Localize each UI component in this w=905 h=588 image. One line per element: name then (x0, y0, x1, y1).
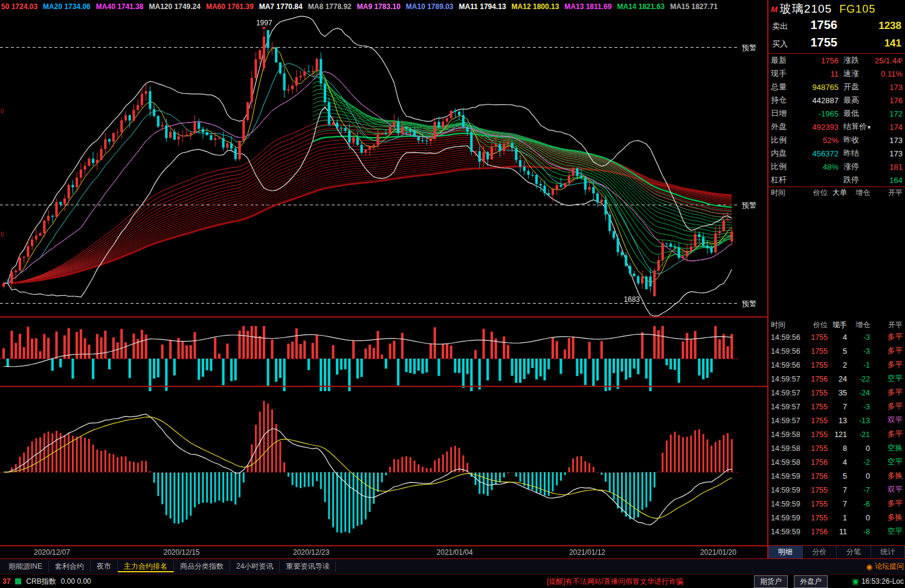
column-header: 增仓 (847, 320, 870, 330)
index-status-icon (15, 578, 21, 584)
account-button[interactable]: 外盘户 (794, 575, 828, 588)
tick-row: 14:59:57175624-22空平 (768, 372, 905, 386)
forum-label: 论坛提问 (875, 561, 904, 572)
nav-item[interactable]: 24小时资讯 (230, 561, 280, 572)
tick-cell: 14:59:59 (771, 472, 805, 481)
tick-cell: 空平 (870, 526, 903, 537)
quote-tab[interactable]: 分笔 (837, 546, 871, 558)
nav-item[interactable]: 商品分类指数 (174, 561, 230, 572)
ask-volume: 1238 (878, 20, 901, 32)
column-header: 时间 (771, 320, 805, 330)
tick-cell: 多平 (870, 429, 903, 439)
tick-cell: 多平 (870, 401, 903, 412)
tick-cell: 14:59:58 (771, 444, 805, 453)
ma-indicator-label: MA120 1749.24 (149, 2, 201, 11)
tick-cell: 14:59:58 (771, 458, 805, 467)
quote-stat-row: 比例48%涨停181 (768, 160, 905, 173)
contract-name: 玻璃2105 (780, 1, 832, 17)
nav-item[interactable]: 期能源INE (2, 561, 49, 572)
tick-cell: 14:59:57 (771, 403, 805, 411)
tick-cell: -3 (847, 333, 870, 342)
nav-item[interactable]: 套利合约 (49, 561, 91, 572)
tick-cell: 121 (828, 430, 847, 439)
ma-indicator-label: MA9 1783.10 (357, 2, 401, 11)
fraud-alert-text: [提醒]有不法网站/直播间假冒文华进行诈骗 (547, 577, 683, 587)
stat-label: 昨结 (843, 148, 875, 159)
ma-indicator-label: MA40 1741.38 (96, 2, 144, 11)
tick-row: 14:59:59175611-8空平 (768, 525, 905, 538)
ask-label: 卖出 (772, 21, 794, 32)
stat-label: 日增 (771, 108, 797, 119)
ma-indicator-label: MA12 1800.13 (512, 2, 559, 11)
tick-cell: 多平 (870, 499, 903, 509)
bid-row: 买入 1755 141 (768, 36, 905, 53)
tick-cell: 14:59:56 (771, 347, 805, 356)
column-header: 增仓 (847, 188, 870, 198)
tick-cell: 1755 (805, 389, 828, 397)
stat-value: 0.11% (875, 69, 903, 78)
tick-cell: -1 (847, 361, 870, 369)
forum-link[interactable]: ◉ 论坛提问 (866, 561, 904, 572)
tick-cell: 0 (847, 472, 870, 481)
ma-indicator-label: MA14 1821.63 (617, 2, 665, 11)
settle-dropdown-icon[interactable]: ▾ (868, 124, 871, 130)
stat-value: 11 (797, 69, 843, 78)
tick-row: 14:59:5617555-3多平 (768, 344, 905, 358)
stat-value: 176 (875, 96, 903, 105)
quote-tab[interactable]: 统计 (871, 546, 905, 558)
stat-value: 52% (797, 136, 843, 145)
date-label: 2021/01/20 (700, 548, 736, 557)
tick-cell: -21 (847, 430, 870, 439)
tick-cell: 4 (828, 458, 847, 467)
tick-row: 14:59:5817564-2空平 (768, 455, 905, 469)
stat-label: 总量 (771, 81, 797, 92)
price-chart-canvas[interactable] (0, 0, 767, 546)
tick-cell: 多平 (870, 346, 903, 356)
tick-cell: 14:59:59 (771, 514, 805, 522)
stat-label: 跌停 (843, 174, 875, 185)
tick-cell: 7 (828, 403, 847, 411)
index-values: 0.00 0.00 (61, 577, 91, 586)
column-header: 现手 (828, 320, 847, 330)
tick-cell: 1756 (805, 458, 828, 467)
nav-item[interactable]: 夜市 (91, 561, 118, 572)
stat-label: 持仓 (771, 95, 797, 106)
nav-item[interactable]: 主力合约排名 (118, 561, 174, 572)
quote-stat-row: 现手11速涨0.11% (768, 67, 905, 80)
tick-cell: 1 (828, 514, 847, 522)
tick-cell: -7 (847, 486, 870, 494)
tick-cell: 1755 (805, 430, 828, 439)
tick-cell: 多平 (870, 388, 903, 398)
tick-cell: 5 (828, 472, 847, 481)
stat-value: 442887 (797, 96, 843, 105)
stat-label: 速涨 (843, 68, 875, 79)
tick-cell: 多平 (870, 360, 903, 370)
tick-cell: 1756 (805, 375, 828, 383)
nav-item[interactable]: 重要资讯导读 (280, 561, 336, 572)
tick-row: 14:59:5917557-7双平 (768, 483, 905, 497)
tick-cell: 14:59:58 (771, 430, 805, 439)
tick-cell: 多平 (870, 332, 903, 342)
quote-tab[interactable]: 分价 (803, 546, 837, 558)
tick-row: 14:59:57175535-24多平 (768, 386, 905, 400)
tick-row: 14:59:59175510多换 (768, 511, 905, 525)
tick-cell: 1755 (805, 444, 828, 453)
quote-tab[interactable]: 明细 (768, 546, 803, 558)
tick-cell: 空换 (870, 443, 903, 453)
tick-cell: 1755 (805, 486, 828, 494)
stat-value: 25/1.44% (875, 56, 903, 65)
tick-cell: 多换 (870, 513, 903, 523)
stat-value: 172 (875, 109, 903, 118)
tick-cell: -8 (847, 528, 870, 536)
stat-label: 开盘 (843, 81, 875, 92)
stat-value: -1965 (797, 109, 843, 118)
tick-row: 14:59:5617552-1多平 (768, 358, 905, 372)
tick-cell: 空平 (870, 457, 903, 467)
column-header: 开平 (870, 188, 903, 198)
quote-stat-row: 日增-1965最低172 (768, 107, 905, 120)
stat-label: 比例 (771, 135, 797, 145)
tick-row: 14:59:57175513-13双平 (768, 414, 905, 427)
ask-row: 卖出 1756 1238 (768, 18, 905, 36)
ma-indicator-bar: 50 1724.03MA20 1734.06MA40 1741.38MA120 … (0, 0, 767, 13)
account-button[interactable]: 期货户 (754, 575, 788, 588)
